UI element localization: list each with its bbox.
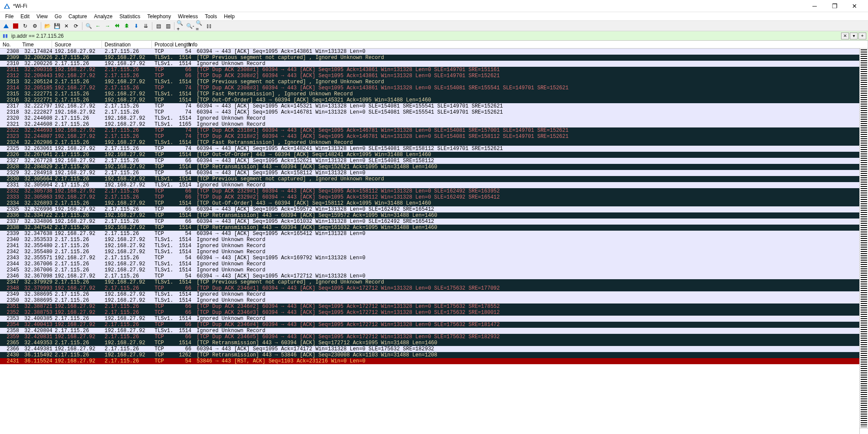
menu-edit[interactable]: Edit [17,13,33,20]
auto-scroll-button[interactable]: ⇊ [141,22,150,30]
packet-row[interactable]: 235132.388721192.168.27.922.17.115.26TCP… [0,303,859,310]
packet-row[interactable]: 233032.3056642.17.115.26192.168.27.92TLS… [0,176,859,182]
column-header-protocol[interactable]: Protocol [152,41,172,48]
packet-row[interactable]: 232132.2446082.17.115.26192.168.27.92TLS… [0,121,859,127]
packet-row[interactable]: 234132.3554802.17.115.26192.168.27.92TLS… [0,243,859,249]
packet-row[interactable]: 235332.4003852.17.115.26192.168.27.92TLS… [0,316,859,322]
packet-row[interactable]: 235232.388753192.168.27.922.17.115.26TCP… [0,310,859,316]
packet-row[interactable]: 232532.263061192.168.27.922.17.115.26TCP… [0,146,859,152]
packet-row[interactable]: 233132.3056642.17.115.26192.168.27.92TLS… [0,182,859,188]
packet-row[interactable]: 232232.244693192.168.27.922.17.115.26TCP… [0,127,859,134]
packet-row[interactable]: 232632.2676412.17.115.26192.168.27.92TCP… [0,152,859,158]
zoom-out-button[interactable]: 🔍- [186,22,194,30]
packet-row[interactable]: 235432.400413192.168.27.922.17.115.26TCP… [0,322,859,328]
packet-row[interactable]: 233832.3475422.17.115.26192.168.27.92TCP… [0,225,859,231]
packet-row[interactable]: 234632.367098192.168.27.922.17.115.26TCP… [0,273,859,279]
packet-row[interactable]: 232032.2446082.17.115.26192.168.27.92TLS… [0,115,859,121]
capture-options-button[interactable]: ⚙ [30,22,39,30]
packet-row[interactable]: 231832.222827192.168.27.922.17.115.26TCP… [0,109,859,115]
go-back-button[interactable]: ← [94,22,102,30]
colorize-button[interactable]: ▤ [154,22,163,30]
save-button[interactable]: 💾 [53,22,61,30]
restart-capture-button[interactable]: ↻ [21,22,30,30]
packet-row[interactable]: 235032.3886952.17.115.26192.168.27.92TLS… [0,297,859,303]
close-file-button[interactable]: ✕ [62,22,71,30]
packet-map-sidebar[interactable] [859,49,868,434]
packet-row[interactable]: 235832.4208042.17.115.26192.168.27.92TLS… [0,328,859,334]
menu-view[interactable]: View [33,13,51,20]
go-last-button[interactable]: ⬇ [132,22,141,30]
stop-capture-button[interactable] [11,22,20,30]
packet-row[interactable]: 234232.3554802.17.115.26192.168.27.92TLS… [0,249,859,255]
menu-tools[interactable]: Tools [201,13,220,20]
packet-row[interactable]: 231232.200443192.168.27.922.17.115.26TCP… [0,73,859,79]
packet-list[interactable]: 230832.174824192.168.27.922.17.115.26TCP… [0,49,859,434]
packet-row[interactable]: 234332.355571192.168.27.922.17.115.26TCP… [0,255,859,261]
column-header-destination[interactable]: Destination [102,41,152,48]
packet-row[interactable]: 234732.3799292.17.115.26192.168.27.92TLS… [0,279,859,285]
packet-row[interactable]: 233632.3347222.17.115.26192.168.27.92TCP… [0,212,859,219]
packet-row[interactable]: 231432.205185192.168.27.922.17.115.26TCP… [0,85,859,91]
close-button[interactable]: ✕ [845,0,865,12]
packet-row[interactable]: 231732.222797192.168.27.922.17.115.26TCP… [0,103,859,109]
packet-row[interactable]: 234532.3670062.17.115.26192.168.27.92TLS… [0,267,859,273]
packet-row[interactable]: 230932.2002262.17.115.26192.168.27.92TLS… [0,55,859,61]
packet-row[interactable]: 233232.305738192.168.27.922.17.115.26TCP… [0,188,859,194]
menu-statistics[interactable]: Statistics [116,13,144,20]
packet-row[interactable]: 232932.284918192.168.27.922.17.115.26TCP… [0,170,859,176]
go-first-button[interactable]: ⯭ [122,22,131,30]
filter-add-button[interactable]: + [858,33,866,39]
resize-columns-button[interactable]: ▥ [164,22,172,30]
packet-row[interactable]: 232732.267728192.168.27.922.17.115.26TCP… [0,158,859,164]
reload-button[interactable]: ⟳ [72,22,80,30]
packet-row[interactable]: 234932.3886952.17.115.26192.168.27.92TLS… [0,291,859,297]
packet-row[interactable]: 231332.2051242.17.115.26192.168.27.92TLS… [0,79,859,85]
packet-row[interactable]: 230832.174824192.168.27.922.17.115.26TCP… [0,49,859,55]
packet-row[interactable]: 233732.334806192.168.27.922.17.115.26TCP… [0,219,859,225]
menu-telephony[interactable]: Telephony [144,13,174,20]
packet-row[interactable]: 231132.200316192.168.27.922.17.115.26TCP… [0,67,859,73]
column-header-info[interactable]: Info [186,41,868,48]
go-to-button[interactable]: ⯬ [113,22,122,30]
packet-row[interactable]: 243036.1154922.17.115.26192.168.27.92TCP… [0,352,859,358]
menu-capture[interactable]: Capture [65,13,91,20]
column-header-source[interactable]: Source [52,41,102,48]
packet-row[interactable]: 235932.420831192.168.27.922.17.115.26TCP… [0,334,859,340]
column-header-length[interactable]: Length [172,41,186,48]
packet-row[interactable]: 233932.347638192.168.27.922.17.115.26TCP… [0,231,859,237]
packet-row[interactable]: 234032.3535332.17.115.26192.168.27.92TLS… [0,237,859,243]
packet-row[interactable]: 234432.3670062.17.115.26192.168.27.92TLS… [0,261,859,267]
filter-clear-button[interactable]: ✕ [841,33,849,39]
packet-row[interactable]: 231632.2227712.17.115.26192.168.27.92TCP… [0,97,859,103]
packet-row[interactable]: 233332.305863192.168.27.922.17.115.26TCP… [0,194,859,200]
minimize-button[interactable]: ─ [805,0,825,12]
packet-row[interactable]: 232832.2848292.17.115.26192.168.27.92TCP… [0,164,859,170]
packet-row[interactable]: 233532.326996192.168.27.922.17.115.26TCP… [0,206,859,212]
packet-map[interactable] [861,49,867,427]
start-capture-button[interactable] [2,22,10,30]
filter-bookmark-icon[interactable]: ▮▮ [1,32,10,40]
packet-row[interactable]: 232332.244807192.168.27.922.17.115.26TCP… [0,134,859,140]
packet-row[interactable]: 236632.449381192.168.27.922.17.115.26TCP… [0,346,859,352]
zoom-in-button[interactable]: 🔍+ [176,22,185,30]
go-forward-button[interactable]: → [103,22,112,30]
menu-help[interactable]: Help [220,13,238,20]
packet-row[interactable]: 231532.2227712.17.115.26192.168.27.92TLS… [0,91,859,97]
menu-analyze[interactable]: Analyze [91,13,116,20]
packet-row[interactable]: 234832.379993192.168.27.922.17.115.26TCP… [0,285,859,291]
packet-row[interactable]: 236532.4493532.17.115.26192.168.27.92TCP… [0,340,859,346]
maximize-button[interactable]: ❐ [825,0,845,12]
find-button[interactable]: 🔍 [84,22,93,30]
menu-wireless[interactable]: Wireless [174,13,201,20]
packet-row[interactable]: 233432.3268932.17.115.26192.168.27.92TCP… [0,200,859,206]
menu-go[interactable]: Go [51,13,65,20]
menu-file[interactable]: File [2,13,17,20]
resize-all-button[interactable]: ⫿⫿ [205,22,214,30]
column-header-no[interactable]: No. Time [0,41,52,48]
packet-row[interactable]: 231032.2002262.17.115.26192.168.27.92TLS… [0,61,859,67]
display-filter-input[interactable] [10,33,841,39]
zoom-reset-button[interactable]: 🔍= [195,22,204,30]
packet-row[interactable]: 243136.115524192.168.27.922.17.115.26TCP… [0,358,859,364]
packet-row[interactable]: 232432.2629862.17.115.26192.168.27.92TLS… [0,140,859,146]
filter-apply-button[interactable]: ▾ [850,33,858,39]
